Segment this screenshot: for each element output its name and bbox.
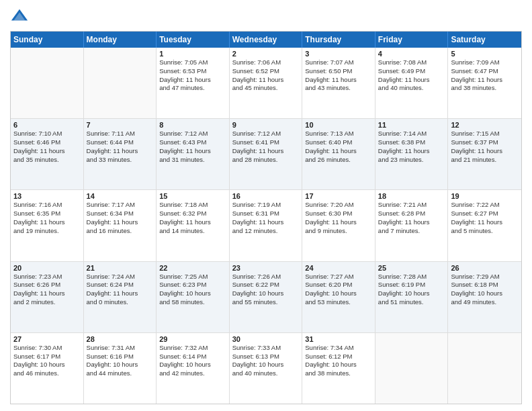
cell-line: Sunrise: 7:21 AM bbox=[378, 201, 445, 210]
cell-line: Sunrise: 7:28 AM bbox=[378, 273, 445, 281]
cal-cell-r4c3: 30Sunrise: 7:33 AMSunset: 6:13 PMDayligh… bbox=[230, 333, 303, 404]
cal-cell-r1c1: 7Sunrise: 7:11 AMSunset: 6:44 PMDaylight… bbox=[84, 119, 157, 189]
cell-line: Sunset: 6:52 PM bbox=[232, 67, 300, 76]
day-number: 21 bbox=[87, 264, 154, 272]
cell-line: Sunrise: 7:05 AM bbox=[159, 58, 226, 67]
cell-line: and 38 minutes. bbox=[305, 369, 372, 378]
cell-line: Sunrise: 7:26 AM bbox=[232, 273, 300, 281]
cell-line: Daylight: 10 hours bbox=[159, 361, 226, 369]
cell-line: and 14 minutes. bbox=[159, 227, 226, 236]
cell-line: Sunrise: 7:09 AM bbox=[451, 58, 519, 67]
cell-line: Daylight: 11 hours bbox=[451, 218, 519, 227]
day-number: 2 bbox=[232, 50, 300, 58]
calendar: SundayMondayTuesdayWednesdayThursdayFrid… bbox=[10, 31, 522, 404]
header-cell-sunday: Sunday bbox=[11, 32, 84, 48]
cell-line: Daylight: 11 hours bbox=[87, 289, 154, 298]
logo-icon bbox=[10, 7, 29, 26]
header bbox=[10, 7, 522, 26]
cell-line: Sunrise: 7:20 AM bbox=[305, 201, 372, 210]
cell-line: Sunrise: 7:34 AM bbox=[305, 344, 372, 353]
cal-cell-r2c2: 15Sunrise: 7:18 AMSunset: 6:32 PMDayligh… bbox=[157, 190, 230, 261]
cell-line: and 0 minutes. bbox=[87, 298, 154, 307]
cell-line: Sunrise: 7:31 AM bbox=[87, 344, 154, 353]
cell-line: Sunset: 6:50 PM bbox=[305, 67, 372, 76]
calendar-row-1: 6Sunrise: 7:10 AMSunset: 6:46 PMDaylight… bbox=[11, 119, 521, 190]
cell-line: Daylight: 11 hours bbox=[13, 218, 81, 227]
cell-line: Daylight: 11 hours bbox=[305, 218, 372, 227]
day-number: 5 bbox=[451, 50, 519, 58]
cal-cell-r3c4: 24Sunrise: 7:27 AMSunset: 6:20 PMDayligh… bbox=[302, 262, 375, 332]
header-cell-thursday: Thursday bbox=[302, 32, 375, 48]
cell-line: Daylight: 10 hours bbox=[451, 289, 519, 298]
cal-cell-r3c1: 21Sunrise: 7:24 AMSunset: 6:24 PMDayligh… bbox=[84, 262, 157, 332]
cell-line: and 2 minutes. bbox=[13, 298, 81, 307]
cell-line: Sunrise: 7:22 AM bbox=[451, 201, 519, 210]
cell-line: Daylight: 10 hours bbox=[305, 361, 372, 369]
day-number: 9 bbox=[232, 121, 300, 129]
cell-line: Sunset: 6:43 PM bbox=[159, 138, 226, 147]
cell-line: and 33 minutes. bbox=[87, 156, 154, 165]
cell-line: Sunrise: 7:29 AM bbox=[451, 273, 519, 281]
cell-line: Sunset: 6:13 PM bbox=[232, 353, 300, 361]
header-cell-friday: Friday bbox=[375, 32, 449, 48]
calendar-body: 1Sunrise: 7:05 AMSunset: 6:53 PMDaylight… bbox=[11, 48, 521, 404]
cell-line: and 21 minutes. bbox=[451, 156, 519, 165]
day-number: 6 bbox=[13, 121, 81, 129]
day-number: 24 bbox=[305, 264, 372, 272]
cell-line: and 45 minutes. bbox=[232, 84, 300, 93]
cell-line: Sunset: 6:20 PM bbox=[305, 281, 372, 289]
cell-line: and 35 minutes. bbox=[13, 156, 81, 165]
cal-cell-r0c1 bbox=[84, 48, 157, 118]
cell-line: and 7 minutes. bbox=[378, 227, 445, 236]
cal-cell-r2c0: 13Sunrise: 7:16 AMSunset: 6:35 PMDayligh… bbox=[11, 190, 84, 261]
cell-line: and 26 minutes. bbox=[305, 156, 372, 165]
cell-line: Sunset: 6:31 PM bbox=[232, 210, 300, 218]
calendar-row-0: 1Sunrise: 7:05 AMSunset: 6:53 PMDaylight… bbox=[11, 48, 521, 119]
day-number: 19 bbox=[451, 192, 519, 200]
cal-cell-r2c4: 17Sunrise: 7:20 AMSunset: 6:30 PMDayligh… bbox=[302, 190, 375, 261]
cell-line: Daylight: 11 hours bbox=[305, 76, 372, 85]
cal-cell-r3c5: 25Sunrise: 7:28 AMSunset: 6:19 PMDayligh… bbox=[375, 262, 449, 332]
day-number: 14 bbox=[87, 192, 154, 200]
day-number: 22 bbox=[159, 264, 226, 272]
day-number: 27 bbox=[13, 335, 81, 343]
cell-line: and 42 minutes. bbox=[159, 369, 226, 378]
day-number: 25 bbox=[378, 264, 445, 272]
calendar-row-3: 20Sunrise: 7:23 AMSunset: 6:26 PMDayligh… bbox=[11, 262, 521, 333]
cell-line: Sunrise: 7:16 AM bbox=[13, 201, 81, 210]
cell-line: Sunset: 6:35 PM bbox=[13, 210, 81, 218]
cell-line: Sunrise: 7:23 AM bbox=[13, 273, 81, 281]
cell-line: and 46 minutes. bbox=[13, 369, 81, 378]
cell-line: and 16 minutes. bbox=[87, 227, 154, 236]
day-number: 1 bbox=[159, 50, 226, 58]
cell-line: Daylight: 11 hours bbox=[451, 147, 519, 156]
cell-line: Sunrise: 7:13 AM bbox=[305, 130, 372, 138]
day-number: 3 bbox=[305, 50, 372, 58]
cell-line: Sunset: 6:27 PM bbox=[451, 210, 519, 218]
cell-line: Sunset: 6:16 PM bbox=[87, 353, 154, 361]
cal-cell-r4c4: 31Sunrise: 7:34 AMSunset: 6:12 PMDayligh… bbox=[302, 333, 375, 404]
cell-line: Sunset: 6:40 PM bbox=[305, 138, 372, 147]
cell-line: Sunrise: 7:12 AM bbox=[159, 130, 226, 138]
cell-line: Sunset: 6:34 PM bbox=[87, 210, 154, 218]
cal-cell-r3c2: 22Sunrise: 7:25 AMSunset: 6:23 PMDayligh… bbox=[157, 262, 230, 332]
day-number: 31 bbox=[305, 335, 372, 343]
day-number: 30 bbox=[232, 335, 300, 343]
cell-line: Sunset: 6:14 PM bbox=[159, 353, 226, 361]
cal-cell-r4c6 bbox=[448, 333, 521, 404]
cell-line: Sunset: 6:53 PM bbox=[159, 67, 226, 76]
cal-cell-r2c6: 19Sunrise: 7:22 AMSunset: 6:27 PMDayligh… bbox=[448, 190, 521, 261]
cell-line: and 44 minutes. bbox=[87, 369, 154, 378]
cell-line: Sunset: 6:28 PM bbox=[378, 210, 445, 218]
header-cell-tuesday: Tuesday bbox=[157, 32, 230, 48]
header-cell-saturday: Saturday bbox=[448, 32, 521, 48]
cal-cell-r1c2: 8Sunrise: 7:12 AMSunset: 6:43 PMDaylight… bbox=[157, 119, 230, 189]
cell-line: Daylight: 10 hours bbox=[87, 361, 154, 369]
cell-line: Daylight: 10 hours bbox=[13, 361, 81, 369]
cal-cell-r4c1: 28Sunrise: 7:31 AMSunset: 6:16 PMDayligh… bbox=[84, 333, 157, 404]
cell-line: Daylight: 11 hours bbox=[232, 218, 300, 227]
day-number: 12 bbox=[451, 121, 519, 129]
cell-line: Daylight: 10 hours bbox=[232, 361, 300, 369]
calendar-row-4: 27Sunrise: 7:30 AMSunset: 6:17 PMDayligh… bbox=[11, 333, 521, 404]
cell-line: Daylight: 10 hours bbox=[159, 289, 226, 298]
